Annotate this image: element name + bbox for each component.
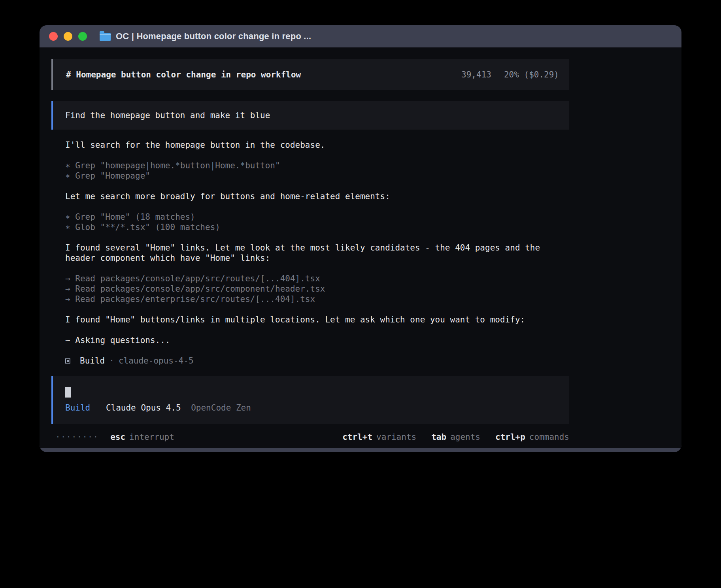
agent-model: claude-opus-4-5 <box>119 356 194 366</box>
asking-questions-text: ~ Asking questions... <box>65 335 569 345</box>
ctrl-p-key: ctrl+p <box>495 432 525 442</box>
assistant-text: I'll search for the homepage button in t… <box>65 140 569 150</box>
prompt-input[interactable]: Build Claude Opus 4.5 OpenCode Zen <box>51 376 569 424</box>
model-line: Build Claude Opus 4.5 OpenCode Zen <box>65 403 569 413</box>
commands-hint[interactable]: ctrl+pcommands <box>495 432 569 442</box>
model-provider: OpenCode Zen <box>191 403 251 413</box>
status-bar: ········ escinterrupt ctrl+tvariants tab… <box>51 432 569 442</box>
tool-call-grep: ∗ Grep "homepage|home.*button|Home.*butt… <box>65 160 569 171</box>
tool-call-read: → Read packages/console/app/src/componen… <box>65 284 569 294</box>
agent-status-line: Build · claude-opus-4-5 <box>65 356 569 366</box>
assistant-text: I found several "Home" links. Let me loo… <box>65 243 569 253</box>
assistant-text: Let me search more broadly for buttons a… <box>65 191 569 202</box>
agent-name: Build <box>80 356 105 366</box>
variants-label: variants <box>376 432 416 442</box>
tool-call-read: → Read packages/console/app/src/routes/[… <box>65 273 569 284</box>
esc-key: esc <box>110 432 125 442</box>
ctrl-t-key: ctrl+t <box>342 432 372 442</box>
user-message-text: Find the homepage button and make it blu… <box>65 111 270 120</box>
status-left: ········ escinterrupt <box>51 432 174 442</box>
traffic-lights <box>49 32 87 41</box>
status-right: ctrl+tvariants tabagents ctrl+pcommands <box>342 432 569 442</box>
assistant-text: I found "Home" buttons/links in multiple… <box>65 315 569 325</box>
content-column: # Homepage button color change in repo w… <box>51 59 569 442</box>
variants-hint[interactable]: ctrl+tvariants <box>342 432 416 442</box>
agents-hint[interactable]: tabagents <box>431 432 480 442</box>
folder-icon <box>100 33 111 41</box>
assistant-paragraph: Let me search more broadly for buttons a… <box>65 191 569 202</box>
tool-call-group: ∗ Grep "Home" (18 matches) ∗ Glob "**/*.… <box>65 212 569 232</box>
tool-call-read: → Read packages/enterprise/src/routes/[.… <box>65 294 569 304</box>
activity-indicator: ~ Asking questions... <box>65 335 569 345</box>
terminal-window: OC | Homepage button color change in rep… <box>40 25 681 452</box>
assistant-paragraph: I found "Home" buttons/links in multiple… <box>65 315 569 325</box>
assistant-paragraph: I found several "Home" links. Let me loo… <box>65 243 569 263</box>
esc-hint[interactable]: escinterrupt <box>110 432 174 442</box>
minimize-button[interactable] <box>64 32 72 41</box>
agents-label: agents <box>450 432 480 442</box>
context-usage: 20% ($0.29) <box>504 70 559 80</box>
session-title: # Homepage button color change in repo w… <box>66 70 301 80</box>
session-stats: 39,413 20% ($0.29) <box>461 70 559 80</box>
user-message: Find the homepage button and make it blu… <box>51 101 569 130</box>
assistant-paragraph: I'll search for the homepage button in t… <box>65 140 569 150</box>
assistant-transcript: I'll search for the homepage button in t… <box>51 140 569 366</box>
title-group: OC | Homepage button color change in rep… <box>100 31 311 41</box>
close-button[interactable] <box>49 32 58 41</box>
terminal-content: # Homepage button color change in repo w… <box>40 47 681 448</box>
zoom-button[interactable] <box>78 32 87 41</box>
tool-call-group: ∗ Grep "homepage|home.*button|Home.*butt… <box>65 160 569 181</box>
agent-mode-button[interactable]: Build <box>65 403 90 413</box>
assistant-text: header component which have "Home" links… <box>65 253 569 263</box>
window-title: OC | Homepage button color change in rep… <box>116 31 311 41</box>
text-cursor <box>65 387 71 398</box>
tab-key: tab <box>431 432 446 442</box>
token-count: 39,413 <box>461 70 491 80</box>
esc-label: interrupt <box>129 432 174 442</box>
tool-call-grep: ∗ Grep "Homepage" <box>65 171 569 181</box>
tool-call-glob: ∗ Glob "**/*.tsx" (100 matches) <box>65 222 569 232</box>
commands-label: commands <box>529 432 569 442</box>
titlebar[interactable]: OC | Homepage button color change in rep… <box>40 25 681 47</box>
tool-call-group: → Read packages/console/app/src/routes/[… <box>65 273 569 304</box>
session-header: # Homepage button color change in repo w… <box>51 59 569 90</box>
model-name[interactable]: Claude Opus 4.5 <box>106 403 181 413</box>
tool-call-grep: ∗ Grep "Home" (18 matches) <box>65 212 569 222</box>
separator-dot: · <box>109 356 114 366</box>
activity-dots: ········ <box>55 432 98 442</box>
agent-icon <box>65 358 70 364</box>
